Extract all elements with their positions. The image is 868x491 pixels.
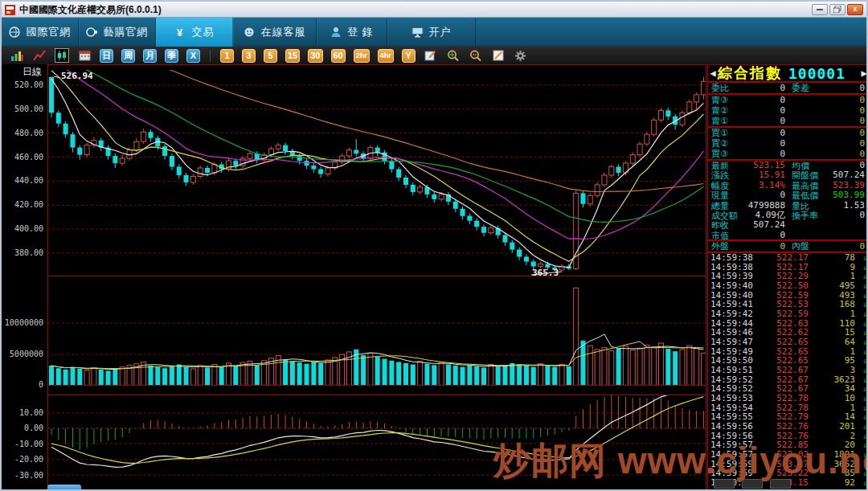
period-button-60[interactable]: 60: [331, 49, 346, 63]
zoom-in-icon[interactable]: [446, 48, 461, 63]
period-button-1[interactable]: 1: [220, 49, 234, 63]
restore-button[interactable]: [829, 4, 845, 15]
detail-label: 市值: [711, 231, 729, 240]
down-arrow-icon: ↓: [862, 253, 867, 263]
tick-price: 522.78: [756, 394, 809, 403]
trend-line-icon[interactable]: [32, 48, 47, 63]
tab-art-mall-site[interactable]: 藝購官網: [79, 18, 156, 47]
tick-price: 522.67: [756, 366, 809, 375]
tick-volume: 78: [805, 253, 855, 263]
tab-trade[interactable]: ¥ 交易: [156, 18, 233, 47]
bid-volume: 0: [859, 149, 865, 159]
tick-price: 522.59: [756, 309, 809, 319]
down-arrow-icon: ↓: [862, 384, 867, 394]
down-arrow-icon: ↓: [862, 394, 867, 403]
ask-level-row: 賣③00: [708, 95, 868, 105]
inout-row: 外盤0內盤0: [708, 241, 868, 252]
period-button-5[interactable]: 5: [264, 49, 277, 63]
bottom-tab[interactable]: [742, 479, 763, 489]
period-button-X[interactable]: X: [186, 49, 200, 63]
bid-price: 0: [740, 138, 785, 149]
volume-tick-label: 0: [2, 380, 43, 389]
period-button-月[interactable]: 月: [143, 49, 157, 63]
zoom-out-icon[interactable]: [469, 48, 483, 63]
gear-icon[interactable]: [514, 48, 528, 63]
tick-row[interactable]: 14:59:40522.50495↓: [708, 281, 868, 291]
tab-login[interactable]: 登 錄: [317, 18, 387, 47]
candlestick-icon[interactable]: [55, 48, 69, 63]
period-button-周[interactable]: 周: [121, 49, 135, 63]
macd-tick-label: 0.00: [2, 423, 43, 432]
prev-instrument-arrow[interactable]: ◀: [708, 68, 718, 79]
price-tick-label: 460.00: [2, 153, 43, 162]
detail-value: 0: [859, 211, 865, 220]
yen-icon: ¥: [174, 27, 186, 39]
down-arrow-icon: ↓: [862, 272, 867, 281]
down-arrow-icon: ↓: [862, 440, 867, 450]
down-arrow-icon: ↓: [862, 422, 867, 432]
tick-row[interactable]: 14:59:42522.591↓: [708, 309, 868, 319]
period-button-2hr[interactable]: 2hr: [354, 49, 370, 63]
ask-label: 賣②: [711, 105, 728, 116]
detail-label: 開盤價: [792, 170, 818, 180]
quote-detail-row: 現量0最低價503.99: [708, 190, 868, 200]
period-button-Y[interactable]: Y: [402, 49, 416, 63]
period-button-15[interactable]: 15: [285, 49, 300, 63]
minimize-button[interactable]: [812, 4, 828, 15]
blue-button-group: 日周月季X: [100, 49, 200, 63]
bottom-tab[interactable]: [714, 479, 735, 489]
down-arrow-icon: ↓: [862, 291, 867, 301]
calendar-icon[interactable]: [77, 48, 92, 63]
tick-time: 14:59:38: [710, 253, 753, 263]
ask-levels-box: 賣③00賣②00賣①00: [707, 94, 868, 127]
tick-volume: 495: [805, 281, 855, 291]
low-annotation: 365.3: [532, 268, 559, 278]
period-button-日[interactable]: 日: [100, 49, 113, 63]
next-instrument-arrow[interactable]: ▶: [859, 68, 868, 79]
tick-time: 14:59:40: [710, 281, 753, 291]
period-button-3[interactable]: 3: [242, 49, 256, 63]
detail-label: 最高價: [792, 181, 818, 190]
note-icon[interactable]: [491, 48, 506, 63]
tab-open-account[interactable]: 开户: [387, 18, 476, 47]
tick-time: 14:59:47: [710, 338, 753, 347]
tick-volume: 1: [805, 309, 855, 319]
tick-row[interactable]: 14:59:47522.6564↓: [708, 338, 868, 347]
tick-row[interactable]: 14:59:38522.1778↓: [708, 253, 868, 263]
inner-volume-label: 內盤: [792, 241, 809, 252]
kline-plot[interactable]: [47, 64, 706, 491]
down-arrow-icon: ↓: [862, 347, 867, 357]
tick-row[interactable]: 14:59:53522.7810↓: [708, 394, 868, 403]
tab-online-service[interactable]: 在線客服: [233, 18, 317, 47]
period-button-季[interactable]: 季: [165, 49, 178, 63]
bar-chart-icon[interactable]: [10, 48, 24, 63]
bid-label: 買①: [711, 128, 728, 138]
detail-value: 503.99: [833, 190, 865, 200]
tick-time: 14:59:42: [710, 309, 753, 319]
close-button[interactable]: x: [847, 4, 863, 15]
ask-label: 賣③: [711, 95, 728, 105]
price-tick-label: 440.00: [2, 176, 43, 185]
tick-row[interactable]: 14:59:51522.673↓: [708, 366, 868, 375]
down-arrow-icon: ↓: [862, 263, 867, 272]
bid-level-row: 買③00: [708, 149, 868, 159]
period-button-30[interactable]: 30: [308, 49, 322, 63]
chart-region: 日線 520.00500.00480.00460.00440.00420.004…: [2, 64, 707, 489]
compose-icon[interactable]: [424, 48, 438, 63]
detail-label: 換手率: [792, 211, 818, 220]
down-arrow-icon: ↓: [862, 328, 867, 338]
bid-label: 買③: [711, 149, 728, 159]
instrument-name: 綜合指數: [718, 64, 782, 82]
outer-volume-label: 外盤: [711, 241, 729, 252]
period-button-4hr[interactable]: 4hr: [378, 49, 394, 63]
inout-box: 外盤0內盤0: [707, 240, 868, 252]
tick-volume: 201: [805, 422, 855, 432]
bottom-left-tab-stub[interactable]: [47, 485, 81, 491]
ask-volume: 0: [859, 116, 865, 126]
tab-international-site[interactable]: 國際官網: [2, 18, 79, 47]
bottom-tab[interactable]: [770, 479, 791, 489]
tick-row[interactable]: 14:59:56522.76201↓: [708, 422, 868, 432]
detail-value: 0: [740, 190, 785, 200]
login-icon: [330, 27, 342, 39]
price-tick-label: 520.00: [2, 80, 43, 89]
